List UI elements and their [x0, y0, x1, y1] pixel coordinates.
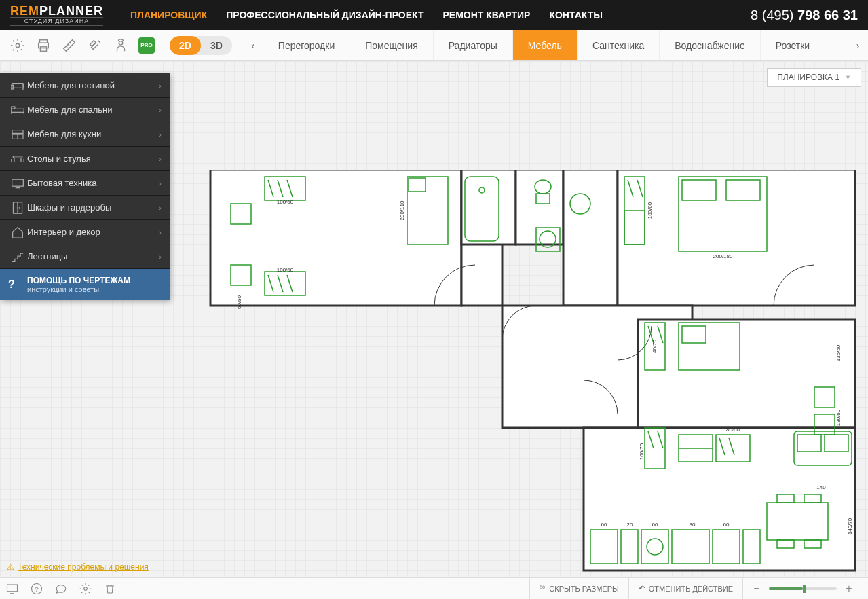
chevron-right-icon: ›	[159, 179, 162, 187]
tab-furniture[interactable]: Мебель	[513, 30, 578, 60]
tech-problems-link[interactable]: ⚠ Технические проблемы и решения	[7, 562, 149, 572]
furniture-sidebar: Мебель для гостиной › Мебель для спальни…	[0, 73, 170, 300]
tab-radiators[interactable]: Радиаторы	[434, 30, 513, 60]
svg-text:165/60: 165/60	[647, 202, 653, 219]
help-subtitle: инструкции и советы	[27, 285, 162, 293]
svg-text:60: 60	[723, 522, 730, 528]
svg-point-4	[119, 41, 123, 45]
zoom-out-button[interactable]: −	[751, 583, 762, 595]
logo[interactable]: REMPLANNER СТУДИЯ ДИЗАЙНА	[10, 5, 103, 26]
svg-rect-28	[563, 170, 618, 306]
chat-icon[interactable]	[54, 582, 68, 596]
settings-icon[interactable]	[10, 37, 26, 54]
sidebar-item-stairs[interactable]: Лестницы ›	[0, 244, 170, 269]
sidebar-item-label: Бытовая техника	[27, 178, 159, 188]
trash-icon[interactable]	[103, 582, 117, 596]
svg-text:140/70: 140/70	[847, 518, 853, 534]
svg-text:?: ?	[35, 585, 39, 592]
question-icon: ?	[8, 278, 27, 291]
sidebar-item-label: Шкафы и гардеробы	[27, 202, 159, 213]
gear-icon[interactable]	[79, 582, 92, 596]
nav-planner[interactable]: ПЛАНИРОВЩИК	[130, 10, 207, 20]
tab-plumbing[interactable]: Сантехника	[578, 30, 660, 60]
sidebar-item-label: Мебель для кухни	[27, 129, 159, 139]
sidebar-help[interactable]: ? ПОМОЩЬ ПО ЧЕРТЕЖАМ инструкции и советы	[0, 269, 170, 300]
kitchen-icon	[8, 129, 27, 140]
help-icon[interactable]: ?	[30, 582, 43, 596]
svg-rect-93	[7, 585, 18, 592]
main-nav: ПЛАНИРОВЩИК ПРОФЕССИОНАЛЬНЫЙ ДИЗАЙН-ПРОЕ…	[130, 10, 751, 20]
view-2d-button[interactable]: 2D	[170, 36, 201, 55]
sidebar-item-appliances[interactable]: Бытовая техника ›	[0, 171, 170, 196]
nav-repair[interactable]: РЕМОНТ КВАРТИР	[442, 10, 530, 20]
sidebar-item-tables[interactable]: Столы и стулья ›	[0, 147, 170, 171]
nav-contacts[interactable]: КОНТАКТЫ	[549, 10, 602, 20]
chevron-down-icon: ▼	[845, 74, 851, 81]
chevron-right-icon: ›	[159, 106, 162, 114]
svg-text:130/60: 130/60	[835, 409, 842, 426]
pro-badge[interactable]: PRO	[138, 37, 155, 54]
svg-text:200/180: 200/180	[713, 253, 733, 259]
chevron-right-icon: ›	[159, 81, 162, 90]
sidebar-item-label: Лестницы	[27, 251, 159, 261]
sidebar-item-label: Мебель для спальни	[27, 105, 159, 115]
tab-rooms[interactable]: Помещения	[350, 30, 434, 60]
home-icon	[8, 226, 27, 238]
svg-text:60: 60	[601, 522, 607, 528]
logo-prefix: REM	[10, 4, 39, 18]
phone-number[interactable]: 8 (495) 798 66 31	[751, 7, 858, 23]
screen-icon[interactable]	[5, 582, 19, 596]
svg-text:20: 20	[627, 522, 633, 528]
tab-walls[interactable]: Перегородки	[263, 30, 350, 60]
layout-dropdown[interactable]: ПЛАНИРОВКА 1 ▼	[767, 68, 861, 87]
canvas-area[interactable]: ПЛАНИРОВКА 1 ▼ Мебель для гостиной › Меб…	[0, 61, 868, 577]
svg-point-0	[16, 43, 20, 48]
sidebar-item-living[interactable]: Мебель для гостиной ›	[0, 73, 170, 98]
ruler-icon[interactable]	[61, 37, 77, 54]
undo-icon: ↶	[639, 584, 645, 593]
floorplan[interactable]: 100/60 100/60 200/110 60/60 200/180 165/…	[204, 170, 862, 577]
svg-text:60: 60	[652, 522, 658, 528]
svg-text:100/60: 100/60	[277, 267, 294, 273]
help-title: ПОМОЩЬ ПО ЧЕРТЕЖАМ	[27, 276, 162, 285]
svg-rect-31	[638, 319, 855, 428]
chevron-right-icon: ›	[159, 155, 162, 163]
svg-text:100/60: 100/60	[277, 199, 294, 205]
svg-rect-26	[461, 170, 516, 244]
nav-design[interactable]: ПРОФЕССИОНАЛЬНЫЙ ДИЗАЙН-ПРОЕКТ	[226, 10, 423, 20]
tab-water[interactable]: Водоснабжение	[660, 30, 761, 60]
footer-icons: ?	[5, 582, 117, 596]
sidebar-item-label: Интерьер и декор	[27, 227, 159, 237]
svg-text:100/70: 100/70	[639, 443, 645, 460]
toolbar: PRO 2D 3D ‹ Перегородки Помещения Радиат…	[0, 30, 868, 61]
svg-text:200/110: 200/110	[399, 200, 405, 220]
tools-icon[interactable]	[87, 37, 103, 54]
zoom-in-button[interactable]: +	[844, 583, 854, 595]
wardrobe-icon	[8, 202, 27, 214]
tabs-scroll-left[interactable]: ‹	[243, 30, 263, 61]
svg-text:60/60: 60/60	[236, 295, 242, 309]
svg-text:135/50: 135/50	[835, 344, 842, 361]
zoom-slider[interactable]	[769, 587, 837, 590]
sidebar-item-decor[interactable]: Интерьер и декор ›	[0, 220, 170, 244]
view-3d-button[interactable]: 3D	[201, 36, 232, 55]
sidebar-item-bedroom[interactable]: Мебель для спальни ›	[0, 98, 170, 122]
main-header: REMPLANNER СТУДИЯ ДИЗАЙНА ПЛАНИРОВЩИК ПР…	[0, 0, 868, 30]
tab-sockets[interactable]: Розетки	[761, 30, 825, 60]
svg-text:80/60: 80/60	[726, 426, 740, 433]
sidebar-item-kitchen[interactable]: Мебель для кухни ›	[0, 122, 170, 147]
dimensions-icon: ⁸⁰	[540, 585, 545, 592]
tabs-scroll-right[interactable]: ›	[848, 30, 868, 61]
warning-icon: ⚠	[7, 562, 14, 572]
hide-sizes-button[interactable]: ⁸⁰ СКРЫТЬ РАЗМЕРЫ	[529, 578, 628, 599]
print-icon[interactable]	[35, 37, 52, 54]
svg-text:80: 80	[690, 522, 696, 528]
undo-button[interactable]: ↶ ОТМЕНИТЬ ДЕЙСТВИЕ	[628, 578, 742, 599]
sidebar-item-wardrobes[interactable]: Шкафы и гардеробы ›	[0, 196, 170, 220]
worker-icon[interactable]	[113, 37, 129, 54]
footer-bar: ? ⁸⁰ СКРЫТЬ РАЗМЕРЫ ↶ ОТМЕНИТЬ ДЕЙСТВИЕ …	[0, 577, 868, 599]
logo-subtitle: СТУДИЯ ДИЗАЙНА	[10, 17, 103, 26]
sidebar-item-label: Столы и стулья	[27, 153, 159, 164]
svg-rect-9	[12, 107, 15, 109]
svg-rect-29	[618, 170, 855, 306]
